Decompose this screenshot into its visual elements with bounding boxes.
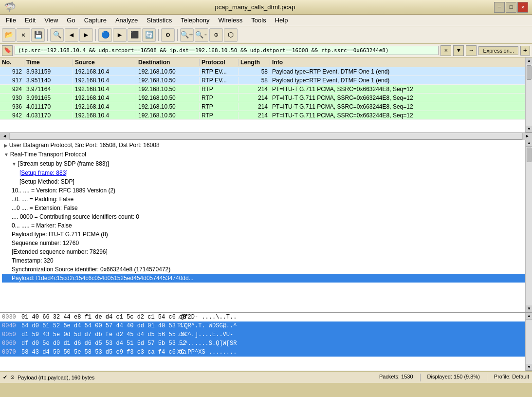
- detail-line: Payload type: ITU-T G.711 PCMA (8): [2, 230, 530, 239]
- status-icon: ✔: [3, 374, 7, 380]
- detail-scroll-thumb[interactable]: [527, 148, 532, 162]
- packet-row[interactable]: 924 3.971164 192.168.10.4 192.168.10.50 …: [0, 85, 532, 94]
- menu-item-statistics[interactable]: Statistics: [143, 16, 176, 25]
- toolbar-play[interactable]: ▶: [113, 28, 127, 42]
- packet-row[interactable]: 912 3.931159 192.168.10.4 192.168.10.50 …: [0, 67, 532, 76]
- detail-scroll-up[interactable]: ▲: [526, 140, 532, 147]
- filter-apply-btn[interactable]: →: [466, 45, 477, 56]
- hex-row[interactable]: 003001 40 66 32 44 e8 f1 de d4 c1 5c d2 …: [0, 313, 532, 321]
- packet-row[interactable]: 930 3.991165 192.168.10.4 192.168.10.50 …: [0, 94, 532, 102]
- toolbar-restart[interactable]: 🔄: [142, 28, 156, 42]
- filter-input[interactable]: (ip.src==192.168.10.4 && udp.srcport==16…: [15, 46, 439, 55]
- hex-row[interactable]: 0050d1 59 43 5e 0d 5d d7 db fe d2 45 d4 …: [0, 330, 532, 339]
- pr-no: 930: [0, 95, 24, 101]
- detail-scroll-track: [526, 147, 532, 305]
- menu-item-view[interactable]: View: [40, 16, 62, 25]
- scroll-thumb[interactable]: [527, 65, 532, 80]
- minimize-button[interactable]: ─: [494, 2, 505, 13]
- menu-item-edit[interactable]: Edit: [21, 16, 39, 25]
- detail-line[interactable]: [Stream setup by SDP (frame 883)]: [2, 159, 530, 169]
- hex-bytes: df d0 5e d0 d1 d6 d6 d5 53 d4 51 5d 57 5…: [19, 340, 175, 347]
- pr-info: PT=ITU-T G.711 PCMA, SSRC=0x663244E8, Se…: [270, 86, 532, 93]
- menu-item-telephony[interactable]: Telephony: [177, 16, 213, 25]
- toolbar-forward[interactable]: ▶: [79, 28, 93, 42]
- packets-count: Packets: 1530: [379, 374, 413, 381]
- pr-len: 58: [238, 77, 270, 84]
- filter-dropdown-btn[interactable]: ▼: [453, 45, 464, 56]
- detail-line[interactable]: Real-Time Transport Protocol: [2, 150, 530, 159]
- packet-list-scrollbar[interactable]: ▲ ▼: [525, 57, 532, 132]
- toolbar-zoom-out[interactable]: 🔍-: [195, 28, 208, 42]
- detail-line[interactable]: [Setup frame: 883]: [2, 169, 530, 177]
- toolbar-zoom-in[interactable]: 🔍+: [180, 28, 194, 42]
- menu-item-analyze[interactable]: Analyze: [111, 16, 142, 25]
- pr-proto: RTP EV...: [200, 68, 238, 75]
- pr-len: 214: [238, 95, 270, 101]
- toolbar-prefs[interactable]: ⚙: [161, 28, 175, 42]
- header-info: Info: [270, 59, 532, 66]
- packet-row[interactable]: 936 4.011170 192.168.10.4 192.168.10.50 …: [0, 102, 532, 111]
- toolbar-open[interactable]: 📂: [2, 28, 16, 42]
- hex-ascii: ..^......S.Q]W[SR: [175, 340, 238, 347]
- hex-bytes: 54 d0 51 52 5e d4 54 00 57 44 40 dd 01 4…: [19, 322, 175, 329]
- packet-row[interactable]: 917 3.951140 192.168.10.4 192.168.10.50 …: [0, 76, 532, 85]
- expression-button[interactable]: Expression...: [478, 46, 518, 55]
- hex-row[interactable]: 004054 d0 51 52 5e d4 54 00 57 44 40 dd …: [0, 321, 532, 330]
- menu-bar: FileEditViewGoCaptureAnalyzeStatisticsTe…: [0, 15, 532, 26]
- detail-line: [Extended sequence number: 78296]: [2, 247, 530, 256]
- detail-line[interactable]: Payload: f1ded4c15cd2c154c6c054d051525ed…: [2, 274, 530, 283]
- toolbar-back[interactable]: ◀: [65, 28, 78, 42]
- scroll-down-arrow[interactable]: ▼: [526, 126, 532, 132]
- window-controls: ─ □ ✕: [494, 2, 528, 13]
- hex-scroll-track: [526, 320, 532, 364]
- packet-list: No. Time Source Destination Protocol Len…: [0, 57, 532, 133]
- pr-info: PT=ITU-T G.711 PCMA, SSRC=0x663244E8, Se…: [270, 95, 532, 101]
- pr-dst: 192.168.10.50: [136, 68, 200, 75]
- menu-item-tools[interactable]: Tools: [247, 16, 270, 25]
- packet-row[interactable]: 942 4.031170 192.168.10.4 192.168.10.50 …: [0, 111, 532, 120]
- packet-list-hscroll[interactable]: ◀ ▶: [0, 133, 532, 140]
- header-destination: Destination: [136, 59, 200, 66]
- scroll-up-arrow[interactable]: ▲: [526, 57, 532, 64]
- menu-item-go[interactable]: Go: [63, 16, 79, 25]
- hex-ascii: XC.PP^XS ........: [175, 349, 238, 356]
- pr-info: Payload type=RTP Event, DTMF One 1 (end): [270, 68, 532, 75]
- pr-proto: RTP: [200, 95, 238, 101]
- filter-clear-btn[interactable]: ✕: [440, 45, 451, 56]
- toolbar-capture[interactable]: 🔵: [98, 28, 112, 42]
- toolbar-stop[interactable]: ⬛: [128, 28, 141, 42]
- detail-scroll-down[interactable]: ▼: [526, 305, 532, 312]
- title-bar-left: 🦈: [4, 1, 16, 13]
- add-filter-btn[interactable]: +: [520, 46, 530, 56]
- pr-src: 192.168.10.4: [73, 77, 136, 84]
- hex-scrollbar[interactable]: ▲ ▼: [525, 313, 532, 371]
- toolbar-find[interactable]: 🔍: [50, 28, 64, 42]
- scroll-left-arrow[interactable]: ◀: [0, 133, 10, 140]
- detail-line[interactable]: User Datagram Protocol, Src Port: 16508,…: [2, 141, 530, 150]
- hscroll-track: [10, 133, 522, 140]
- hex-row[interactable]: 007058 43 d4 50 50 5e 58 53 d5 c9 f3 c3 …: [0, 348, 532, 357]
- menu-item-wireless[interactable]: Wireless: [214, 16, 246, 25]
- toolbar-save[interactable]: 💾: [31, 28, 45, 42]
- profile-info: Profile: Default: [494, 374, 529, 381]
- maximize-button[interactable]: □: [506, 2, 516, 13]
- hex-scroll-up[interactable]: ▲: [526, 313, 532, 320]
- menu-item-capture[interactable]: Capture: [80, 16, 110, 25]
- menu-item-file[interactable]: File: [2, 16, 20, 25]
- filter-bookmark-btn[interactable]: 🔖: [2, 45, 13, 56]
- hex-row[interactable]: 0060df d0 5e d0 d1 d6 d6 d5 53 d4 51 5d …: [0, 339, 532, 348]
- close-button[interactable]: ✕: [517, 2, 528, 13]
- hex-offset: 0070: [0, 349, 19, 356]
- toolbar-zoom-reset[interactable]: ⊙: [209, 28, 223, 42]
- menu-item-help[interactable]: Help: [271, 16, 292, 25]
- detail-line: Synchronization Source identifier: 0x663…: [2, 265, 530, 274]
- toolbar-close[interactable]: ✕: [17, 28, 30, 42]
- scroll-right-arrow[interactable]: ▶: [522, 133, 532, 140]
- pr-src: 192.168.10.4: [73, 68, 136, 75]
- toolbar-resize[interactable]: ⬡: [224, 28, 238, 42]
- pr-dst: 192.168.10.50: [136, 86, 200, 93]
- toolbar-sep1: [47, 29, 48, 41]
- pr-src: 192.168.10.4: [73, 103, 136, 110]
- hex-scroll-down[interactable]: ▼: [526, 364, 532, 371]
- packet-detail-scrollbar[interactable]: ▲ ▼: [525, 140, 532, 312]
